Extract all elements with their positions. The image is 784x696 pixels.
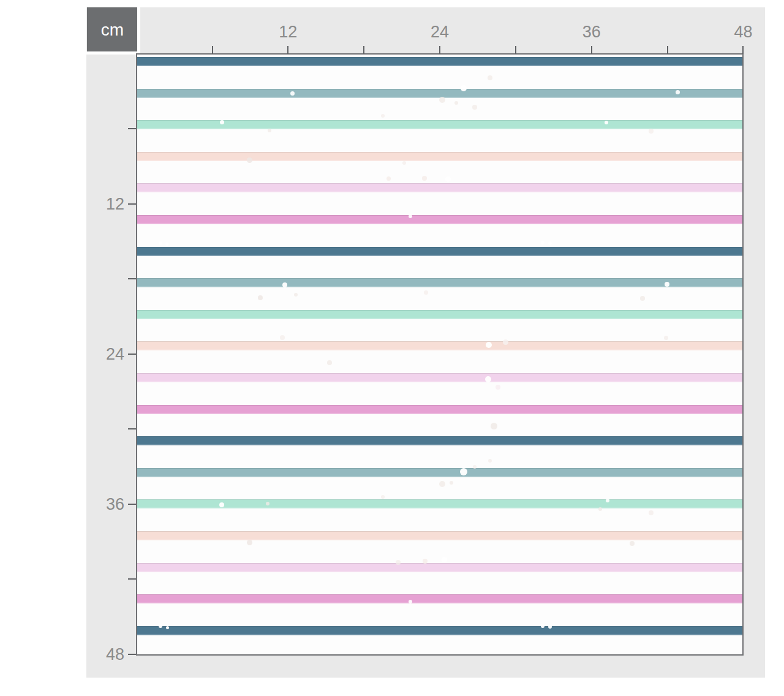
- fabric-speckle: [472, 105, 477, 110]
- fabric-speckle: [491, 423, 497, 429]
- top-ruler-tick: [287, 46, 288, 54]
- fabric-stripe-peach: [137, 341, 742, 350]
- fabric-preview-page: cm 1212242436364848: [0, 0, 784, 696]
- fabric-stripe-mint: [137, 310, 742, 319]
- fabric-speckle: [548, 241, 552, 245]
- fabric-speckle: [460, 468, 467, 475]
- ruler-corner-gap-vertical: [137, 7, 140, 55]
- fabric-speckle: [488, 459, 492, 463]
- left-ruler-tick: [128, 654, 136, 655]
- left-ruler-tick: [128, 578, 136, 580]
- fabric-speckle: [422, 176, 427, 181]
- left-ruler-tick: [128, 278, 136, 279]
- fabric-speckle: [454, 101, 458, 105]
- fabric-stripe-orchid-pink: [137, 405, 742, 414]
- fabric-speckle: [503, 339, 508, 345]
- fabric-speckle: [439, 97, 445, 103]
- fabric-speckle: [640, 296, 645, 301]
- fabric-stripe-orchid-pink: [137, 215, 742, 224]
- fabric-stripe-slate-blue: [137, 57, 742, 66]
- fabric-speckle: [409, 214, 412, 218]
- fabric-stripe-dusty-teal: [137, 468, 742, 477]
- fabric-speckle: [649, 510, 654, 515]
- fabric-speckle: [166, 626, 169, 629]
- fabric-speckle: [268, 129, 271, 132]
- fabric-speckle: [381, 495, 385, 499]
- fabric-speckle: [541, 624, 545, 628]
- fabric-speckle: [664, 336, 668, 340]
- fabric-speckle: [442, 557, 447, 562]
- fabric-speckle: [327, 360, 332, 365]
- fabric-stripe-slate-blue: [137, 247, 742, 256]
- fabric-speckle: [598, 507, 602, 511]
- ruler-corner-gap-horizontal: [86, 51, 140, 55]
- top-ruler-tick: [742, 46, 744, 54]
- top-ruler-tick: [439, 46, 440, 54]
- fabric-speckle: [247, 157, 252, 163]
- left-ruler-tick: [128, 428, 136, 429]
- fabric-speckle: [219, 502, 224, 507]
- fabric-stripe-slate-blue: [137, 436, 742, 445]
- top-ruler-tick: [591, 46, 592, 54]
- fabric-speckle: [386, 176, 391, 181]
- fabric-stripe-orchid-pink: [137, 594, 742, 603]
- fabric-speckle: [165, 243, 168, 246]
- top-ruler-label: 12: [263, 22, 312, 42]
- unit-label: cm: [101, 20, 124, 40]
- left-ruler-tick: [128, 203, 136, 205]
- top-ruler-tick: [667, 46, 668, 54]
- fabric-speckle: [488, 75, 492, 80]
- unit-toggle[interactable]: cm: [87, 7, 138, 52]
- fabric-stripe-light-pink: [137, 183, 742, 192]
- fabric-stripe-peach: [137, 152, 742, 161]
- top-ruler-tick: [363, 46, 364, 54]
- fabric-speckle: [381, 114, 385, 118]
- fabric-speckle: [548, 625, 552, 629]
- left-ruler-label: 36: [88, 494, 124, 514]
- fabric-stripe-dusty-teal: [137, 89, 742, 98]
- fabric-speckle: [445, 176, 451, 182]
- fabric-speckle: [606, 499, 609, 502]
- fabric-speckle: [258, 295, 263, 300]
- fabric-speckle: [247, 540, 252, 545]
- fabric-speckle: [424, 290, 428, 295]
- fabric-speckle: [630, 541, 635, 546]
- left-ruler-tick: [128, 504, 136, 505]
- fabric-speckle: [665, 282, 669, 287]
- fabric-stripe-slate-blue: [137, 626, 742, 635]
- fabric-speckle: [649, 129, 654, 134]
- fabric-speckle: [294, 293, 298, 297]
- fabric-speckle: [439, 481, 445, 487]
- fabric-speckle: [266, 502, 270, 505]
- fabric-speckle: [541, 241, 545, 244]
- fabric-stripe-light-pink: [137, 563, 742, 572]
- fabric-speckle: [280, 335, 285, 340]
- fabric-speckle: [423, 559, 428, 564]
- fabric-stripe-mint: [137, 120, 742, 129]
- left-ruler-tick: [128, 128, 136, 129]
- fabric-speckle: [159, 241, 162, 245]
- top-ruler-label: 24: [415, 22, 464, 42]
- top-ruler-tick: [515, 46, 516, 54]
- fabric-stripe-dusty-teal: [137, 278, 742, 287]
- fabric-speckle: [290, 91, 295, 96]
- left-ruler-label: 24: [88, 344, 124, 364]
- fabric-pattern-preview[interactable]: [136, 53, 744, 656]
- fabric-speckle: [486, 342, 492, 348]
- fabric-speckle: [396, 560, 401, 565]
- fabric-speckle: [450, 481, 453, 485]
- left-ruler-label: 48: [88, 645, 124, 664]
- fabric-speckle: [676, 90, 680, 94]
- fabric-stripe-peach: [137, 531, 742, 540]
- fabric-speckle: [220, 120, 224, 124]
- fabric-speckle: [282, 282, 287, 287]
- top-ruler-label: 48: [718, 22, 767, 42]
- fabric-speckle: [461, 85, 467, 91]
- top-ruler-label: 36: [567, 22, 616, 42]
- fabric-speckle: [402, 161, 406, 165]
- fabric-speckle: [409, 600, 412, 603]
- fabric-stripe-mint: [137, 499, 742, 509]
- left-ruler-label: 12: [88, 194, 124, 214]
- fabric-stripe-light-pink: [137, 373, 742, 382]
- fabric-speckle: [485, 376, 491, 382]
